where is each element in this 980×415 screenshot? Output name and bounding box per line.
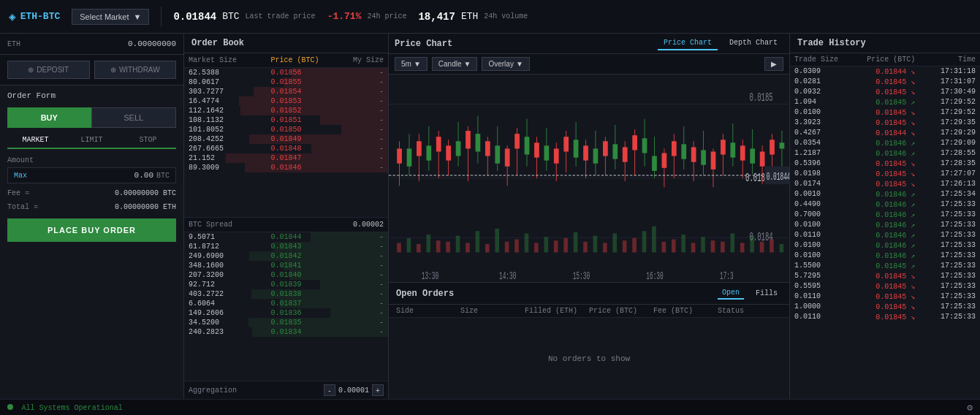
ask-mysize: - — [319, 88, 384, 96]
last-price-label: Last trade price — [246, 12, 316, 20]
trade-price: 0.01845 ↘ — [855, 118, 916, 127]
svg-rect-85 — [780, 142, 785, 148]
ask-row: 112.1642 0.01852 - — [184, 106, 388, 115]
trade-history-header: Trade History — [790, 34, 980, 53]
svg-rect-116 — [691, 243, 696, 252]
agg-increase-button[interactable]: + — [372, 384, 384, 396]
svg-rect-107 — [603, 243, 607, 252]
tab-market[interactable]: MARKET — [7, 132, 64, 149]
buy-button[interactable]: BUY — [7, 107, 91, 128]
price-unit: BTC — [222, 11, 239, 22]
trade-size: 0.0281 — [794, 77, 855, 86]
price-change-value: -1.71% — [327, 11, 362, 22]
trade-size: 1.0000 — [794, 302, 855, 311]
ask-price: 0.01849 — [254, 135, 318, 143]
trade-size: 0.0198 — [794, 170, 855, 178]
ask-row: 303.7277 0.01854 - — [184, 87, 388, 96]
trade-row: 0.0309 0.01844 ↘ 17:31:18 — [790, 66, 980, 77]
candle-type-button[interactable]: Candle ▼ — [432, 57, 478, 71]
chart-expand-button[interactable]: ▶ — [764, 57, 783, 71]
trade-size: 0.5595 — [794, 282, 855, 291]
timeframe-button[interactable]: 5m ▼ — [395, 57, 428, 71]
overlay-button[interactable]: Overlay ▼ — [482, 57, 529, 71]
svg-rect-101 — [544, 237, 548, 252]
ask-size: 108.1132 — [189, 116, 253, 124]
tab-depth-chart[interactable]: Depth Chart — [723, 37, 783, 50]
trade-size: 0.0932 — [794, 88, 855, 96]
bid-size: 34.5200 — [189, 319, 253, 327]
trade-row: 1.094 0.01845 ↗ 17:29:52 — [790, 97, 980, 107]
total-value: 0.00000000 ETH — [115, 203, 176, 211]
amount-value: 0.00 — [27, 171, 153, 180]
ask-price: 0.01850 — [254, 126, 318, 134]
bid-mysize: - — [319, 319, 384, 327]
svg-rect-113 — [662, 242, 666, 253]
bid-row: 403.2722 0.01838 - — [184, 289, 388, 299]
svg-rect-94 — [476, 231, 480, 252]
trade-time: 17:28:35 — [915, 159, 976, 168]
trade-time: 17:29:09 — [915, 139, 976, 148]
trade-row: 0.0100 0.01846 ↗ 17:25:33 — [790, 220, 980, 230]
trade-row: 3.3923 0.01845 ↘ 17:29:35 — [790, 118, 980, 128]
tab-limit[interactable]: LIMIT — [64, 132, 120, 148]
bid-size: 207.3200 — [189, 271, 253, 279]
trade-time: 17:25:33 — [915, 221, 976, 229]
max-link[interactable]: Max — [14, 172, 27, 180]
bid-size: 249.6900 — [189, 252, 253, 260]
center-panel: Price Chart Price Chart Depth Chart 5m ▼… — [389, 34, 790, 399]
bid-price: 0.01843 — [254, 243, 318, 251]
ask-size: 16.4774 — [189, 97, 253, 105]
trade-row: 0.0100 0.01846 ↗ 17:25:33 — [790, 240, 980, 251]
balance-value: 0.00000000 — [128, 39, 176, 48]
svg-rect-124 — [770, 240, 774, 253]
bid-row: 61.8712 0.01843 - — [184, 242, 388, 251]
ask-mysize: - — [319, 107, 384, 115]
agg-decrease-button[interactable]: - — [324, 384, 335, 396]
ask-row: 62.5388 0.01856 - — [184, 68, 388, 77]
trade-time: 17:31:18 — [915, 67, 976, 76]
trade-price: 0.01846 ↗ — [855, 190, 916, 199]
chevron-down-icon: ▼ — [464, 60, 471, 68]
tab-fills[interactable]: Fills — [751, 288, 782, 299]
svg-rect-103 — [563, 238, 568, 252]
trade-price: 0.01845 ↘ — [855, 272, 916, 281]
svg-rect-11 — [417, 141, 422, 156]
svg-rect-112 — [652, 226, 656, 253]
bid-row: 92.712 0.01839 - — [184, 280, 388, 289]
svg-text:0.01844: 0.01844 — [767, 171, 789, 183]
bid-row: 149.2606 0.01836 - — [184, 308, 388, 318]
col-my-size: My Size — [353, 56, 384, 64]
ask-mysize: - — [319, 154, 384, 162]
select-market-button[interactable]: Select Market ▼ — [72, 9, 149, 25]
tab-stop[interactable]: STOP — [120, 132, 176, 148]
ask-mysize: - — [319, 97, 384, 105]
trade-size: 0.0100 — [794, 251, 855, 260]
trade-price: 0.01845 ↘ — [855, 282, 916, 291]
th-col-price: Price (BTC) — [855, 56, 916, 64]
ask-mysize: - — [319, 145, 384, 153]
svg-rect-39 — [554, 148, 559, 163]
place-order-button[interactable]: PLACE BUY ORDER — [7, 218, 176, 242]
svg-rect-89 — [426, 235, 430, 252]
settings-icon[interactable]: ⚙ — [967, 402, 973, 414]
divider — [161, 7, 162, 27]
withdraw-button[interactable]: ⊕ WITHDRAW — [94, 61, 177, 79]
bid-size: 240.2823 — [189, 328, 253, 336]
ask-price: 0.01853 — [254, 97, 318, 105]
trade-row: 1.0000 0.01845 ↘ 17:25:33 — [790, 302, 980, 312]
svg-rect-119 — [721, 242, 725, 253]
svg-rect-79 — [750, 148, 755, 163]
oo-col-status: Status — [718, 307, 782, 315]
trade-size: 0.4267 — [794, 129, 855, 137]
ask-row: 21.152 0.01847 - — [184, 153, 388, 163]
trade-time: 17:25:33 — [915, 313, 976, 321]
trade-price: 0.01846 ↗ — [855, 241, 916, 250]
tab-open-orders[interactable]: Open — [718, 287, 744, 300]
chart-section: Price Chart Price Chart Depth Chart 5m ▼… — [389, 34, 789, 282]
sell-button[interactable]: SELL — [91, 107, 177, 128]
trade-price: 0.01846 ↗ — [855, 251, 916, 260]
tab-price-chart[interactable]: Price Chart — [658, 37, 718, 50]
svg-rect-71 — [711, 151, 716, 169]
deposit-button[interactable]: ⊕ DEPOSIT — [7, 61, 90, 79]
svg-rect-21 — [466, 131, 471, 148]
